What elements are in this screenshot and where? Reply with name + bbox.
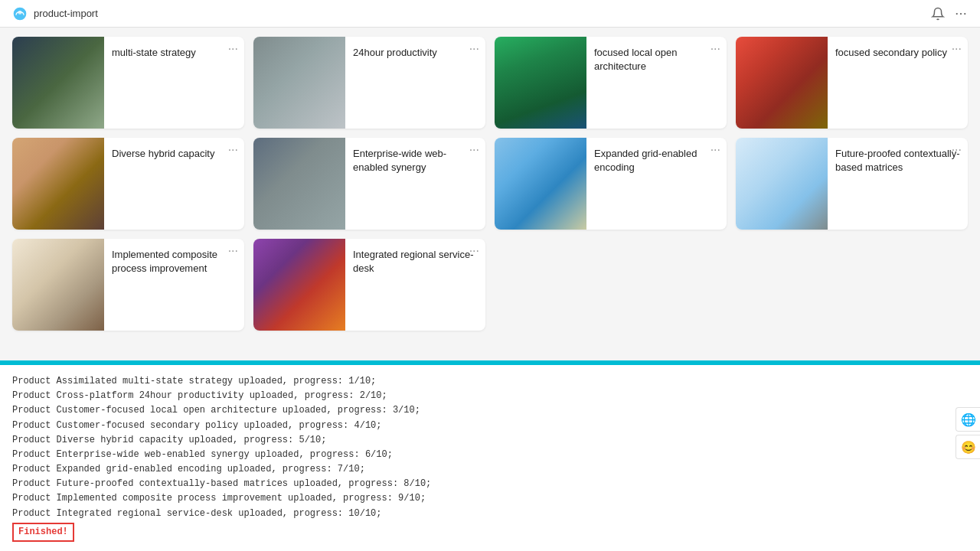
app-logo-icon — [12, 6, 28, 21]
product-image — [253, 138, 345, 230]
product-card: ···Implemented composite process improve… — [12, 239, 244, 331]
product-card-body: ···Diverse hybrid capacity — [104, 138, 244, 230]
product-image — [495, 37, 586, 129]
log-line: Product Enterprise-wide web-enabled syne… — [12, 448, 968, 462]
log-output: Product Assimilated multi-state strategy… — [12, 374, 968, 521]
card-menu-button[interactable]: ··· — [469, 144, 479, 156]
product-card-title: Integrated regional service-desk — [353, 248, 478, 276]
log-line: Product Integrated regional service-desk… — [12, 507, 968, 521]
product-grid-row2: ···Diverse hybrid capacity···Enterprise-… — [12, 138, 968, 230]
product-image — [12, 37, 104, 129]
product-image — [12, 138, 104, 230]
log-line: Product Expanded grid-enabled encoding u… — [12, 462, 968, 477]
svg-point-1 — [18, 10, 22, 14]
card-menu-button[interactable]: ··· — [469, 43, 479, 55]
log-line: Product Cross-platform 24hour productivi… — [12, 389, 968, 403]
product-card: ···Integrated regional service-desk — [253, 239, 485, 331]
product-card-body: ···multi-state strategy — [104, 37, 244, 129]
product-card: ···Future-proofed contextually-based mat… — [736, 138, 968, 230]
product-image — [253, 239, 345, 331]
product-card-title: focused local open architecture — [594, 46, 719, 73]
main-content: ···multi-state strategy···24hour product… — [0, 28, 980, 360]
product-card: ···multi-state strategy — [12, 37, 244, 129]
product-card: ···24hour productivity — [253, 37, 485, 129]
product-card: ···Diverse hybrid capacity — [12, 138, 244, 230]
product-card-body: ···Expanded grid-enabled encoding — [586, 138, 727, 230]
card-menu-button[interactable]: ··· — [228, 245, 238, 257]
more-options-icon[interactable] — [954, 7, 968, 21]
product-card-body: ···Future-proofed contextually-based mat… — [828, 138, 968, 230]
log-line: Product Assimilated multi-state strategy… — [12, 374, 968, 389]
emoji-button[interactable]: 😊 — [956, 435, 980, 459]
product-card-title: Implemented composite process improvemen… — [112, 248, 237, 276]
product-image — [12, 239, 104, 331]
finished-badge: Finished! — [12, 523, 74, 542]
product-image — [736, 37, 828, 129]
floating-buttons: 🌐 😊 — [956, 407, 980, 459]
product-card: ···focused secondary policy — [736, 37, 968, 129]
product-card-title: Expanded grid-enabled encoding — [594, 147, 719, 174]
product-card: ···focused local open architecture — [495, 37, 727, 129]
card-menu-button[interactable]: ··· — [228, 144, 238, 156]
card-menu-button[interactable]: ··· — [469, 245, 479, 257]
product-image — [495, 138, 586, 230]
svg-point-3 — [960, 12, 962, 14]
product-grid-row3: ···Implemented composite process improve… — [12, 239, 968, 331]
product-card-body: ···Integrated regional service-desk — [345, 239, 485, 331]
product-card-title: Enterprise-wide web-enabled synergy — [353, 147, 478, 174]
product-grid-row1: ···multi-state strategy···24hour product… — [12, 37, 968, 129]
card-menu-button[interactable]: ··· — [710, 43, 720, 55]
product-image — [253, 37, 345, 129]
notification-icon[interactable] — [931, 7, 945, 21]
log-line: Product Customer-focused local open arch… — [12, 403, 968, 418]
header-left: product-import — [12, 6, 98, 21]
card-menu-button[interactable]: ··· — [228, 43, 238, 55]
log-line: Product Diverse hybrid capacity uploaded… — [12, 433, 968, 448]
product-card-title: Diverse hybrid capacity — [112, 147, 237, 161]
product-card-body: ···Enterprise-wide web-enabled synergy — [345, 138, 485, 230]
card-menu-button[interactable]: ··· — [952, 144, 962, 156]
product-card-title: focused secondary policy — [835, 46, 960, 60]
app-title: product-import — [34, 8, 98, 19]
header-right — [931, 7, 968, 21]
app-header: product-import — [0, 0, 980, 28]
svg-point-2 — [956, 12, 958, 14]
product-card: ···Expanded grid-enabled encoding — [495, 138, 727, 230]
product-image — [736, 138, 828, 230]
product-card-body: ···focused secondary policy — [828, 37, 968, 129]
log-line: Product Future-proofed contextually-base… — [12, 477, 968, 491]
card-menu-button[interactable]: ··· — [710, 144, 720, 156]
product-card-body: ···24hour productivity — [345, 37, 485, 129]
product-card: ···Enterprise-wide web-enabled synergy — [253, 138, 485, 230]
card-menu-button[interactable]: ··· — [952, 43, 962, 55]
product-card-title: multi-state strategy — [112, 46, 237, 60]
log-line: Product Implemented composite process im… — [12, 491, 968, 506]
console-area: Product Assimilated multi-state strategy… — [0, 365, 980, 551]
product-card-title: Future-proofed contextually-based matric… — [835, 147, 960, 174]
log-line: Product Customer-focused secondary polic… — [12, 419, 968, 433]
translate-button[interactable]: 🌐 — [956, 407, 980, 432]
svg-point-4 — [964, 12, 965, 14]
product-card-title: 24hour productivity — [353, 46, 478, 60]
product-card-body: ···focused local open architecture — [586, 37, 727, 129]
product-card-body: ···Implemented composite process improve… — [104, 239, 244, 331]
